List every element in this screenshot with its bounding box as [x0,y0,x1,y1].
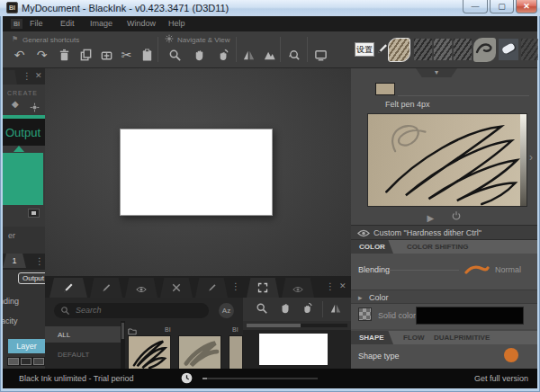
flip-vertical-icon[interactable] [262,48,277,63]
output-node-body[interactable] [3,153,43,205]
brush-preset-disabled[interactable] [521,39,538,60]
node-input-socket[interactable] [14,146,24,152]
layer-thumb[interactable] [33,358,44,365]
shape-type-swatch[interactable] [504,348,518,362]
zoom-tool-icon[interactable] [167,48,183,63]
menu-help[interactable]: Help [168,19,185,28]
maximize-button[interactable]: ▢ [490,0,514,13]
panel-close-icon[interactable]: ✕ [35,71,42,80]
output-node-title[interactable]: Output [3,119,45,146]
library-menu-icon[interactable]: ⋮ [231,281,240,291]
brush-preset-4[interactable] [454,39,472,60]
canvas-viewport[interactable] [45,68,351,276]
brush-settings-button[interactable]: 设置 [355,42,374,57]
power-icon[interactable] [451,209,462,224]
current-brush-thumbnail[interactable] [375,83,395,95]
sort-alpha-button[interactable]: Az [219,303,234,318]
nav-rotate-icon[interactable] [301,302,315,316]
menu-image[interactable]: Image [90,19,112,28]
redo-icon[interactable]: ↷ [34,48,50,63]
paste-icon[interactable] [140,48,155,63]
navigator-zoom-slider[interactable] [247,324,347,327]
color-section-header[interactable]: ▸ Color [351,290,537,304]
menu-file[interactable]: File [30,19,43,28]
layer-thumb[interactable] [8,358,19,365]
node-diamond-icon[interactable]: ◆ [12,99,19,109]
library-tab-tools[interactable] [160,278,193,298]
node-panel-tab[interactable] [3,70,17,85]
zoom-fit-icon[interactable] [286,48,302,63]
merge-icon[interactable] [99,48,114,63]
nav-flip-icon[interactable] [329,302,344,316]
brush-preset-3[interactable] [434,39,452,60]
navigator-tab-fit[interactable] [247,278,279,298]
nav-zoom-icon[interactable] [256,302,270,316]
get-full-version-link[interactable]: Get full version [474,374,528,383]
search-field[interactable] [54,303,209,318]
node-thumbnail-icon[interactable] [28,209,40,218]
node-gear-icon[interactable] [30,100,40,116]
brush-thumbnail-1[interactable] [128,335,171,369]
custom-controller-row[interactable]: Custom "Hardness dither Ctrl" [351,225,537,240]
nav-pan-icon[interactable] [279,302,293,316]
preview-next-arrow[interactable]: › [529,151,533,164]
category-all[interactable]: ALL [45,326,121,343]
minimize-button[interactable]: — [463,0,488,13]
brush-preset-2[interactable] [414,39,432,60]
tab-color-shifting[interactable]: COLOR SHIFTING [407,243,468,251]
brush-preset-5[interactable] [473,38,496,62]
document-canvas[interactable] [120,129,273,216]
fullscreen-preview-icon[interactable] [313,48,328,63]
blending-mode-value[interactable]: Normal [495,265,521,274]
layers-menu-icon[interactable]: ⋮ [35,256,44,266]
category-default[interactable]: DEFAULT [45,346,121,362]
layer-button[interactable]: Layer [8,339,45,353]
search-input[interactable] [74,304,200,316]
expand-arrow-icon[interactable]: ▸ [358,293,363,302]
stroke-preview[interactable] [367,113,527,207]
layers-tab-1[interactable]: 1 [3,254,26,268]
brush-preset-1-selected[interactable] [388,38,410,62]
undo-icon[interactable]: ↶ [12,48,27,63]
tab-color[interactable]: COLOR [351,240,393,254]
library-tab-pen[interactable] [195,278,228,298]
play-icon[interactable]: ▶ [427,213,434,223]
navigator-canvas-rect[interactable] [259,334,328,365]
brush-thumbnail-3-clipped[interactable] [229,335,243,369]
library-tab-brush[interactable] [90,278,122,298]
tab-shape[interactable]: SHAPE [351,331,393,344]
tab-flow[interactable]: FLOW [403,334,425,342]
library-scrollbar[interactable] [121,321,125,369]
library-tab-visibility[interactable] [125,278,158,298]
eraser-preset[interactable] [499,39,518,60]
rotate-view-icon[interactable] [215,48,230,63]
menu-edit[interactable]: Edit [60,19,75,28]
delete-icon[interactable] [57,48,72,63]
output-target-button[interactable]: Output [18,272,45,284]
navigator-close-icon[interactable]: ✕ [339,281,346,290]
layer-thumb[interactable] [21,358,32,365]
navigator-tab-preview[interactable] [282,278,314,298]
pin-icon: ⚑ [12,35,18,43]
close-button[interactable]: ✕ [516,0,537,13]
pan-hand-icon[interactable] [192,48,207,63]
cut-icon[interactable]: ✂ [119,48,134,63]
title-bar[interactable]: BI MyDocument - BlackInk - v0.423.3471 (… [0,0,540,16]
duplicate-icon[interactable] [78,48,94,63]
blend-stroke-icon[interactable] [464,264,490,275]
navigator-preview[interactable] [243,330,351,369]
library-tab-brushes[interactable] [50,278,87,298]
flip-horizontal-icon[interactable] [241,48,256,63]
blending-track[interactable] [389,270,459,271]
solid-color-swatch[interactable] [416,307,524,325]
eye-icon[interactable] [357,229,370,237]
collapse-chevron[interactable]: ▾ [416,68,457,77]
transparency-checker-icon[interactable] [358,307,372,321]
menu-window[interactable]: Window [127,19,156,28]
tab-dualprimitive[interactable]: DUALPRIMITIVE [434,334,490,342]
brush-thumbnail-2[interactable] [178,335,221,369]
layer-thumbnail-strip[interactable] [7,357,45,366]
navigator-menu-icon[interactable]: ⋮ [326,281,335,291]
folder-icon[interactable] [128,327,137,335]
panel-menu-icon[interactable]: ⋮ [22,71,32,81]
